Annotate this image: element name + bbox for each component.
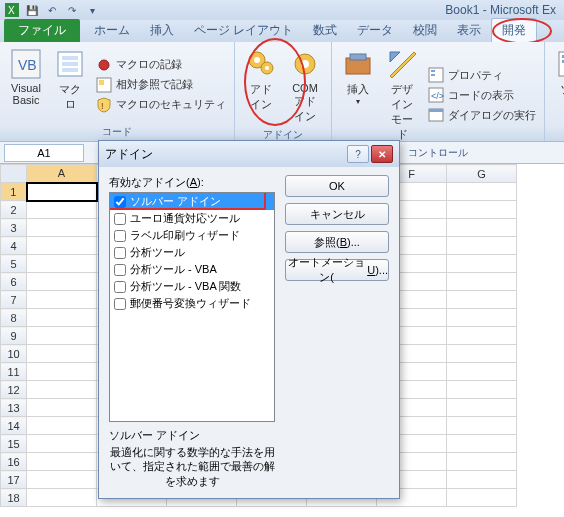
qat-dropdown-icon[interactable]: ▾ [84,2,100,18]
tab-formulas[interactable]: 数式 [303,19,347,42]
addins-label: アドイン [245,82,277,112]
addins-dialog: アドイン ? ✕ 有効なアドイン(A): ソルバー アドイン ユーロ通貨対応ツー… [98,140,400,499]
cancel-button[interactable]: キャンセル [285,203,389,225]
svg-text:VB: VB [18,57,37,73]
row-header[interactable]: 14 [1,417,27,435]
row-header[interactable]: 2 [1,201,27,219]
name-box[interactable] [4,144,84,162]
ruler-icon [386,48,418,80]
svg-text:!: ! [101,101,104,111]
svg-point-8 [99,60,109,70]
com-addins-label-1: COM [292,82,318,94]
group-addins: アドイン COM アドイン アドイン [235,42,332,141]
gear-icon [289,48,321,80]
row-header[interactable]: 15 [1,435,27,453]
help-button[interactable]: ? [347,145,369,163]
row-header[interactable]: 5 [1,255,27,273]
checkbox[interactable] [114,196,126,208]
run-dialog-button[interactable]: ダイアログの実行 [426,106,538,124]
row-header[interactable]: 1 [1,183,27,201]
row-header[interactable]: 13 [1,399,27,417]
tab-page-layout[interactable]: ページ レイアウト [184,19,303,42]
dialog-titlebar[interactable]: アドイン ? ✕ [99,141,399,167]
svg-rect-5 [62,56,78,60]
checkbox[interactable] [114,281,126,293]
svg-rect-28 [429,109,443,112]
row-header[interactable]: 16 [1,453,27,471]
tab-developer[interactable]: 開発 [491,18,537,42]
select-all-corner[interactable] [1,165,27,183]
excel-icon: X [4,2,20,18]
visual-basic-icon: VB [10,48,42,80]
macro-security-button[interactable]: !マクロのセキュリティ [94,96,228,114]
visual-basic-label: Visual Basic [10,82,42,106]
svg-rect-6 [62,62,78,66]
row-header[interactable]: 18 [1,489,27,507]
row-header[interactable]: 4 [1,237,27,255]
col-header[interactable]: G [447,165,517,183]
tab-data[interactable]: データ [347,19,403,42]
list-item[interactable]: 分析ツール - VBA 関数 [110,278,274,295]
source-button[interactable]: ソー [551,46,564,126]
record-macro-button[interactable]: マクロの記録 [94,56,228,74]
help-icon: ? [355,149,361,160]
checkbox[interactable] [114,213,126,225]
tab-home[interactable]: ホーム [84,19,140,42]
insert-control-button[interactable]: 挿入 ▾ [338,46,378,144]
svg-text:X: X [8,5,15,16]
list-item[interactable]: 郵便番号変換ウィザード [110,295,274,312]
addins-listbox[interactable]: ソルバー アドイン ユーロ通貨対応ツール ラベル印刷ウィザード 分析ツール 分析… [109,192,275,422]
tab-view[interactable]: 表示 [447,19,491,42]
row-header[interactable]: 7 [1,291,27,309]
relative-ref-button[interactable]: 相対参照で記録 [94,76,228,94]
checkbox[interactable] [114,298,126,310]
list-item[interactable]: ラベル印刷ウィザード [110,227,274,244]
visual-basic-button[interactable]: VB Visual Basic [6,46,46,123]
macros-button[interactable]: マクロ [50,46,90,123]
row-header[interactable]: 8 [1,309,27,327]
close-button[interactable]: ✕ [371,145,393,163]
dialog-title: アドイン [105,146,347,163]
automation-button[interactable]: オートメーション(U)... [285,259,389,281]
tab-review[interactable]: 校閲 [403,19,447,42]
save-icon[interactable]: 💾 [24,2,40,18]
ok-button[interactable]: OK [285,175,389,197]
row-header[interactable]: 9 [1,327,27,345]
row-header[interactable]: 10 [1,345,27,363]
row-header[interactable]: 6 [1,273,27,291]
addins-button[interactable]: アドイン [241,46,281,126]
svg-rect-7 [62,68,78,72]
tab-insert[interactable]: 挿入 [140,19,184,42]
svg-rect-23 [431,70,435,72]
list-item[interactable]: ソルバー アドイン [110,193,274,210]
group-xml: ソー [545,42,564,141]
dialog-icon [428,107,444,123]
com-addins-button[interactable]: COM アドイン [285,46,325,126]
browse-button[interactable]: 参照(B)... [285,231,389,253]
row-header[interactable]: 11 [1,363,27,381]
checkbox[interactable] [114,230,126,242]
checkbox[interactable] [114,264,126,276]
col-header[interactable]: A [27,165,97,183]
view-code-button[interactable]: </>コードの表示 [426,86,538,104]
cell[interactable] [27,183,97,201]
list-item[interactable]: 分析ツール - VBA [110,261,274,278]
properties-button[interactable]: プロパティ [426,66,538,84]
ribbon-tabs: ファイル ホーム 挿入 ページ レイアウト 数式 データ 校閲 表示 開発 [0,20,564,42]
row-header[interactable]: 17 [1,471,27,489]
design-mode-button[interactable]: デザイン モード [382,46,422,144]
shield-icon: ! [96,97,112,113]
list-item[interactable]: 分析ツール [110,244,274,261]
redo-icon[interactable]: ↷ [64,2,80,18]
svg-point-14 [254,57,260,63]
addins-list-label: 有効なアドイン(A): [109,175,275,190]
row-header[interactable]: 3 [1,219,27,237]
checkbox[interactable] [114,247,126,259]
row-header[interactable]: 12 [1,381,27,399]
list-item[interactable]: ユーロ通貨対応ツール [110,210,274,227]
tab-file[interactable]: ファイル [4,19,80,42]
svg-rect-10 [99,80,104,85]
design-mode-label-1: デザイン [386,82,418,112]
macros-icon [54,48,86,80]
undo-icon[interactable]: ↶ [44,2,60,18]
